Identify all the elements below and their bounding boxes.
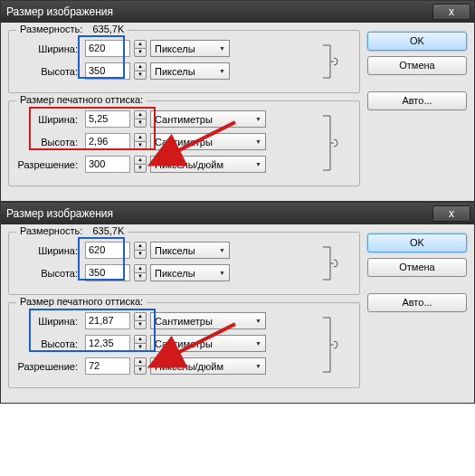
print-size-group: Размер печатного оттиска: Ширина: 5,25 ▲… — [8, 100, 360, 186]
ok-button[interactable]: OK — [367, 233, 467, 252]
spin-down-icon[interactable]: ▼ — [134, 71, 147, 80]
link-icon[interactable] — [321, 314, 343, 376]
print-height-input[interactable]: 12,35 — [85, 335, 130, 352]
print-width-spinner[interactable]: ▲▼ — [134, 110, 147, 128]
spin-up-icon[interactable]: ▲ — [134, 62, 147, 71]
width-spinner[interactable]: ▲▼ — [134, 242, 147, 259]
resolution-input[interactable]: 72 — [85, 357, 130, 375]
height-label: Высота: — [16, 268, 81, 279]
height-input[interactable]: 350 — [85, 62, 130, 80]
link-icon[interactable] — [321, 42, 343, 81]
titlebar: Размер изображения x — [1, 203, 474, 224]
spin-down-icon[interactable]: ▼ — [134, 164, 147, 173]
print-legend: Размер печатного оттиска: — [16, 296, 147, 307]
spin-up-icon[interactable]: ▲ — [134, 357, 147, 366]
spin-up-icon[interactable]: ▲ — [134, 264, 147, 272]
link-icon[interactable] — [321, 243, 343, 283]
width-spinner[interactable]: ▲▼ — [134, 40, 147, 57]
spin-up-icon[interactable]: ▲ — [134, 335, 147, 343]
spin-up-icon[interactable]: ▲ — [134, 312, 147, 320]
print-height-label: Высота: — [16, 137, 81, 148]
spin-down-icon[interactable]: ▼ — [134, 141, 147, 150]
image-size-dialog: Размер изображения x Размерность: 635,7K… — [0, 0, 475, 202]
height-input[interactable]: 350 — [85, 264, 130, 281]
dimensions-group: Размерность: 635,7K Ширина: 620 ▲▼ Пиксе… — [8, 232, 360, 295]
cancel-button[interactable]: Отмена — [367, 56, 467, 75]
cancel-button[interactable]: Отмена — [367, 258, 467, 277]
spin-up-icon[interactable]: ▲ — [134, 156, 147, 164]
resolution-spinner[interactable]: ▲▼ — [134, 357, 147, 375]
close-button[interactable]: x — [432, 205, 470, 222]
window-title: Размер изображения — [6, 5, 469, 18]
spin-down-icon[interactable]: ▼ — [134, 320, 147, 329]
spin-down-icon[interactable]: ▼ — [134, 366, 147, 375]
spin-up-icon[interactable]: ▲ — [134, 40, 147, 48]
width-label: Ширина: — [16, 245, 81, 256]
auto-button[interactable]: Авто... — [367, 91, 467, 110]
spin-down-icon[interactable]: ▼ — [134, 272, 147, 281]
print-width-input[interactable]: 5,25 — [85, 110, 130, 128]
resolution-input[interactable]: 300 — [85, 156, 130, 173]
dimensions-legend: Размерность: — [20, 225, 82, 236]
width-input[interactable]: 620 — [85, 242, 130, 259]
ok-button[interactable]: OK — [367, 32, 467, 51]
spin-down-icon[interactable]: ▼ — [134, 250, 147, 259]
width-label: Ширина: — [16, 43, 81, 54]
spin-down-icon[interactable]: ▼ — [134, 343, 147, 352]
auto-button[interactable]: Авто... — [367, 293, 467, 312]
print-width-label: Ширина: — [16, 114, 81, 125]
spin-up-icon[interactable]: ▲ — [134, 110, 147, 119]
dimensions-value: 635,7K — [85, 225, 124, 236]
spin-up-icon[interactable]: ▲ — [134, 133, 147, 141]
height-unit-select[interactable]: Пикселы — [150, 62, 230, 80]
print-height-spinner[interactable]: ▲▼ — [134, 133, 147, 150]
resolution-label: Разрешение: — [16, 361, 81, 372]
print-height-unit-select[interactable]: Сантиметры — [150, 335, 266, 352]
height-spinner[interactable]: ▲▼ — [134, 264, 147, 281]
print-width-label: Ширина: — [16, 316, 81, 327]
link-icon[interactable] — [321, 112, 343, 174]
dimensions-group: Размерность: 635,7K Ширина: 620 ▲▼ Пиксе… — [8, 30, 360, 93]
spin-down-icon[interactable]: ▼ — [134, 119, 147, 128]
spin-down-icon[interactable]: ▼ — [134, 48, 147, 57]
spin-up-icon[interactable]: ▲ — [134, 242, 147, 250]
height-unit-select[interactable]: Пикселы — [150, 264, 230, 281]
print-width-spinner[interactable]: ▲▼ — [134, 312, 147, 329]
height-spinner[interactable]: ▲▼ — [134, 62, 147, 80]
height-label: Высота: — [16, 66, 81, 77]
window-title: Размер изображения — [6, 207, 469, 220]
print-width-unit-select[interactable]: Сантиметры — [150, 110, 266, 128]
image-size-dialog: Размер изображения x Размерность: 635,7K… — [0, 202, 475, 404]
close-button[interactable]: x — [432, 4, 470, 20]
resolution-spinner[interactable]: ▲▼ — [134, 156, 147, 173]
resolution-unit-select[interactable]: Пикселы/дюйм — [150, 357, 266, 375]
print-size-group: Размер печатного оттиска: Ширина: 21,87 … — [8, 302, 360, 388]
print-width-input[interactable]: 21,87 — [85, 312, 130, 329]
titlebar: Размер изображения x — [1, 1, 474, 23]
width-unit-select[interactable]: Пикселы — [150, 242, 230, 259]
print-height-unit-select[interactable]: Сантиметры — [150, 133, 266, 150]
print-height-input[interactable]: 2,96 — [85, 133, 130, 150]
print-height-label: Высота: — [16, 338, 81, 349]
resolution-label: Разрешение: — [16, 159, 81, 170]
dimensions-legend: Размерность: — [20, 24, 82, 34]
print-height-spinner[interactable]: ▲▼ — [134, 335, 147, 352]
resolution-unit-select[interactable]: Пикселы/дюйм — [150, 156, 266, 173]
print-legend: Размер печатного оттиска: — [16, 94, 147, 105]
width-unit-select[interactable]: Пикселы — [150, 40, 230, 57]
print-width-unit-select[interactable]: Сантиметры — [150, 312, 266, 329]
width-input[interactable]: 620 — [85, 40, 130, 57]
dimensions-value: 635,7K — [85, 24, 124, 34]
